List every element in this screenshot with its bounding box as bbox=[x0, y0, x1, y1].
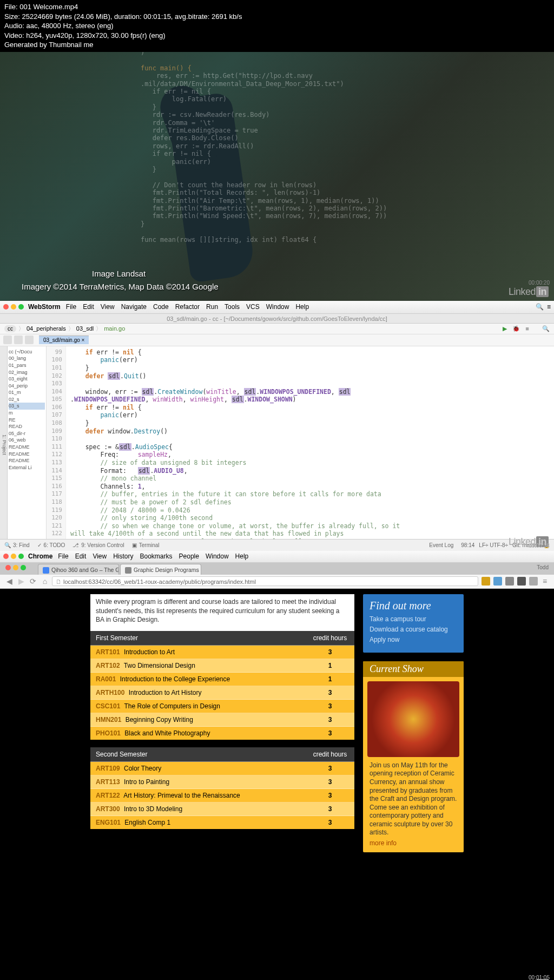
project-tree[interactable]: cc (~/Docu 00_lang 01_pars 02_imag 03_ei… bbox=[8, 346, 47, 539]
linkedin-watermark: Linkedin bbox=[509, 286, 549, 298]
url-input[interactable]: 🗋 localhost:63342/cc/06_web/11-roux-acad… bbox=[52, 576, 478, 586]
side-tool-project[interactable]: 1: Project bbox=[0, 346, 8, 539]
table-row: ENG101 English Comp 13 bbox=[90, 816, 354, 830]
tree-item[interactable]: m bbox=[9, 410, 45, 417]
tool-todo[interactable]: ✓6: TODO bbox=[37, 542, 65, 548]
event-log[interactable]: Event Log bbox=[429, 542, 453, 548]
menu-icon[interactable]: ≡ bbox=[540, 576, 550, 586]
back-icon[interactable]: ◀ bbox=[4, 576, 14, 586]
overlay-code: "strconv" ) func main() { res, err := ht… bbox=[141, 52, 411, 244]
maximize-icon[interactable] bbox=[18, 304, 24, 310]
tree-item[interactable]: READ bbox=[9, 423, 45, 430]
extension-icon[interactable] bbox=[517, 577, 526, 586]
menu-help[interactable]: Help bbox=[235, 553, 249, 560]
maximize-icon[interactable] bbox=[18, 554, 24, 559]
reload-icon[interactable]: ⟳ bbox=[28, 576, 38, 586]
tree-item[interactable]: README bbox=[9, 457, 45, 464]
debug-icon[interactable]: 🐞 bbox=[512, 325, 520, 332]
tree-item[interactable]: External Li bbox=[9, 464, 45, 471]
back-icon[interactable] bbox=[3, 336, 12, 344]
profile-label[interactable]: Todd bbox=[537, 564, 549, 570]
gear-icon[interactable] bbox=[25, 336, 34, 344]
run-icon[interactable]: ▶ bbox=[503, 325, 507, 332]
encoding[interactable]: LF÷ UTF-8÷ bbox=[479, 542, 508, 548]
current-show-box: Current Show Join us on May 11th for the… bbox=[363, 661, 464, 852]
meta-generator: Generated by Thumbnail me bbox=[4, 40, 550, 50]
home-icon[interactable]: ⌂ bbox=[40, 576, 50, 586]
tree-item[interactable]: 05_dir-r bbox=[9, 430, 45, 437]
minimize-icon[interactable] bbox=[11, 554, 16, 559]
breadcrumb-item[interactable]: 03_sdl bbox=[76, 325, 94, 332]
tree-item[interactable]: 03_eight bbox=[9, 376, 45, 383]
table-row: ARTH100 Introduction to Art History3 bbox=[90, 686, 354, 700]
browser-tab-active[interactable]: Graphic Design Programs bbox=[120, 564, 201, 575]
minimize-icon[interactable] bbox=[13, 565, 18, 570]
editor-tab[interactable]: 03_sdl/main.go × bbox=[39, 336, 89, 344]
extension-icon[interactable] bbox=[482, 577, 490, 586]
forward-icon[interactable] bbox=[14, 336, 23, 344]
menu-navigate[interactable]: Navigate bbox=[121, 303, 147, 311]
link-catalog[interactable]: Download a course catalog bbox=[370, 626, 457, 633]
menu-run[interactable]: Run bbox=[206, 303, 218, 311]
tree-item[interactable]: 02_s bbox=[9, 396, 45, 403]
tree-item[interactable]: README bbox=[9, 444, 45, 451]
code-editor[interactable]: if err != nil { panic(err) } defer sdl.Q… bbox=[66, 346, 554, 539]
tree-item[interactable]: RE bbox=[9, 417, 45, 424]
close-icon[interactable] bbox=[3, 554, 9, 559]
window-controls[interactable] bbox=[3, 554, 24, 559]
meta-video: Video: h264, yuv420p, 1280x720, 30.00 fp… bbox=[4, 31, 550, 41]
menu-icon[interactable]: ≡ bbox=[547, 303, 551, 311]
status-bar: 🔍3: Find ✓6: TODO ⎇9: Version Control ▣T… bbox=[0, 539, 554, 551]
menu-code[interactable]: Code bbox=[153, 303, 169, 311]
menu-bookmarks[interactable]: Bookmarks bbox=[140, 553, 173, 560]
menu-help[interactable]: Help bbox=[295, 303, 309, 311]
tree-item[interactable]: 06_web bbox=[9, 437, 45, 444]
tool-terminal[interactable]: ▣Terminal bbox=[132, 542, 160, 548]
menu-view[interactable]: View bbox=[101, 303, 115, 311]
menu-file[interactable]: File bbox=[58, 553, 68, 560]
table-row: ART300 Intro to 3D Modeling3 bbox=[90, 803, 354, 816]
window-controls[interactable] bbox=[3, 304, 24, 310]
menu-vcs[interactable]: VCS bbox=[246, 303, 260, 311]
search-icon[interactable]: 🔍 bbox=[536, 303, 544, 311]
menu-people[interactable]: People bbox=[179, 553, 199, 560]
tree-item[interactable]: 02_imag bbox=[9, 369, 45, 376]
tree-item[interactable]: 01_m bbox=[9, 389, 45, 396]
link-campus-tour[interactable]: Take a campus tour bbox=[370, 615, 457, 623]
menu-edit[interactable]: Edit bbox=[83, 303, 94, 311]
tool-vc[interactable]: ⎇9: Version Control bbox=[72, 542, 124, 548]
menu-edit[interactable]: Edit bbox=[75, 553, 87, 560]
maximize-icon[interactable] bbox=[21, 565, 26, 570]
menu-window[interactable]: Window bbox=[266, 303, 289, 311]
breadcrumb-item[interactable]: cc bbox=[4, 325, 16, 332]
menu-view[interactable]: View bbox=[93, 553, 107, 560]
close-icon[interactable] bbox=[3, 304, 9, 310]
forward-icon[interactable]: ▶ bbox=[16, 576, 26, 586]
browser-tab[interactable]: Qihoo 360 and Go – The G… bbox=[38, 564, 119, 575]
stop-icon[interactable]: ■ bbox=[525, 325, 529, 332]
extension-icon[interactable] bbox=[493, 577, 502, 586]
tree-item[interactable]: 04_perip bbox=[9, 383, 45, 390]
menu-history[interactable]: History bbox=[113, 553, 133, 560]
link-apply[interactable]: Apply now bbox=[370, 636, 457, 643]
tree-item[interactable]: cc (~/Docu bbox=[9, 348, 45, 356]
page-viewport[interactable]: While every program is different and cou… bbox=[0, 589, 554, 980]
menu-window[interactable]: Window bbox=[206, 553, 229, 560]
close-icon[interactable] bbox=[5, 565, 11, 570]
tree-item[interactable]: 01_pars bbox=[9, 362, 45, 369]
minimize-icon[interactable] bbox=[11, 304, 16, 310]
more-info-link[interactable]: more info bbox=[363, 837, 464, 847]
breadcrumb-item[interactable]: 04_peripherals bbox=[27, 325, 66, 332]
tool-find[interactable]: 🔍3: Find bbox=[4, 542, 30, 548]
search-icon[interactable]: 🔍 bbox=[542, 325, 550, 332]
tree-item[interactable]: 00_lang bbox=[9, 355, 45, 362]
menu-file[interactable]: File bbox=[66, 303, 76, 311]
tree-item-selected[interactable]: 03_s bbox=[9, 403, 45, 410]
menu-refactor[interactable]: Refactor bbox=[175, 303, 200, 311]
extension-icon[interactable] bbox=[505, 577, 514, 586]
menu-tools[interactable]: Tools bbox=[225, 303, 240, 311]
extension-icon[interactable] bbox=[529, 577, 538, 586]
tree-item[interactable]: README bbox=[9, 451, 45, 458]
show-description: Join us on May 11th for the opening rece… bbox=[363, 761, 464, 837]
breadcrumb-item[interactable]: main.go bbox=[104, 325, 125, 332]
